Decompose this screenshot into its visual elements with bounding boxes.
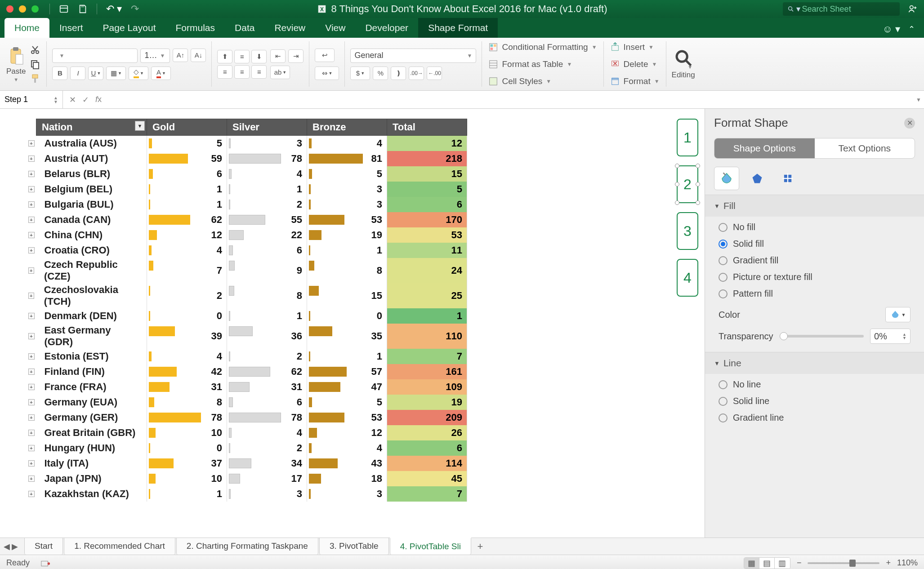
underline-button[interactable]: U▼ — [88, 67, 103, 80]
sheet-tab[interactable]: 1. Recommended Chart — [64, 538, 175, 555]
table-row[interactable]: +Czechoslovakia (TCH)281525 — [36, 283, 467, 308]
step-shape[interactable]: 3 — [677, 212, 698, 250]
merge-cells-icon[interactable]: ⇔▼ — [315, 67, 339, 80]
currency-icon[interactable]: $▼ — [350, 67, 370, 80]
format-cells-button[interactable]: Format▼ — [609, 75, 661, 88]
align-bottom-icon[interactable]: ⬇ — [251, 50, 267, 63]
paste-button[interactable]: Paste ▼ — [6, 46, 26, 82]
table-row[interactable]: +Kazakhstan (KAZ)1337 — [36, 486, 467, 502]
fill-option[interactable]: No fill — [719, 222, 911, 232]
table-row[interactable]: +Finland (FIN)426257161 — [36, 364, 467, 379]
expand-icon[interactable]: + — [28, 333, 35, 339]
table-row[interactable]: +China (CHN)12221953 — [36, 227, 467, 243]
table-row[interactable]: +Canada (CAN)625553170 — [36, 212, 467, 227]
tab-data[interactable]: Data — [225, 18, 264, 38]
add-sheet-button[interactable]: + — [472, 541, 488, 552]
column-header[interactable]: Gold — [147, 119, 227, 136]
comma-icon[interactable]: ❫ — [391, 67, 406, 80]
table-row[interactable]: +Bulgaria (BUL)1236 — [36, 197, 467, 212]
line-section-header[interactable]: ▼Line — [705, 352, 924, 374]
column-header[interactable]: Silver — [227, 119, 307, 136]
fill-option[interactable]: Gradient fill — [719, 255, 911, 266]
expand-icon[interactable]: + — [28, 384, 35, 390]
selection-handle[interactable] — [696, 164, 700, 168]
collapse-ribbon-icon[interactable]: ⌃ — [908, 24, 915, 34]
expand-icon[interactable]: + — [28, 369, 35, 375]
align-middle-icon[interactable]: ≡ — [234, 50, 250, 63]
expand-icon[interactable]: + — [28, 217, 35, 223]
normal-view-icon[interactable]: ▦ — [744, 558, 759, 569]
sheet-tab[interactable]: Start — [24, 538, 63, 555]
table-row[interactable]: +Estonia (EST)4217 — [36, 349, 467, 364]
expand-icon[interactable]: + — [28, 171, 35, 177]
column-header[interactable]: Bronze — [307, 119, 387, 136]
orientation-icon[interactable]: ab▼ — [270, 66, 290, 79]
italic-button[interactable]: I — [70, 67, 85, 80]
share-icon[interactable] — [908, 4, 918, 14]
size-properties-tab-icon[interactable] — [775, 167, 800, 190]
page-break-view-icon[interactable]: ▥ — [775, 558, 790, 569]
copy-icon[interactable] — [29, 59, 41, 70]
table-row[interactable]: +Italy (ITA)373443114 — [36, 456, 467, 471]
expand-icon[interactable]: + — [28, 476, 35, 482]
table-row[interactable]: +Belgium (BEL)1135 — [36, 182, 467, 197]
expand-icon[interactable]: + — [28, 430, 35, 436]
fill-option[interactable]: Pattern fill — [719, 289, 911, 299]
sheet-tab[interactable]: 3. PivotTable — [319, 538, 389, 555]
align-left-icon[interactable]: ≡ — [217, 65, 232, 79]
expand-formula-bar-icon[interactable]: ▼ — [913, 97, 924, 103]
filter-icon[interactable]: ▼ — [135, 121, 145, 131]
expand-icon[interactable]: + — [28, 399, 35, 405]
increase-font-icon[interactable]: A↑ — [173, 49, 188, 62]
expand-icon[interactable]: + — [28, 186, 35, 192]
step-shape[interactable]: 2 — [677, 165, 698, 203]
font-size-dropdown[interactable]: 1…▼ — [140, 49, 170, 63]
zoom-out-icon[interactable]: − — [797, 558, 802, 568]
selection-handle[interactable] — [675, 200, 679, 205]
zoom-level[interactable]: 110% — [897, 558, 918, 568]
expand-icon[interactable]: + — [28, 460, 35, 467]
save-icon[interactable] — [78, 4, 88, 14]
table-row[interactable]: +Belarus (BLR)64515 — [36, 166, 467, 182]
table-row[interactable]: +Germany (GER)787853209 — [36, 410, 467, 425]
expand-icon[interactable]: + — [28, 445, 35, 451]
effects-tab-icon[interactable] — [745, 167, 770, 190]
text-options-tab[interactable]: Text Options — [815, 138, 915, 158]
expand-icon[interactable]: + — [28, 156, 35, 162]
table-row[interactable]: +Germany (EUA)86519 — [36, 395, 467, 410]
format-painter-icon[interactable] — [29, 73, 41, 84]
increase-indent-icon[interactable]: ⇥ — [288, 49, 304, 63]
expand-icon[interactable]: + — [28, 313, 35, 319]
expand-icon[interactable]: + — [28, 353, 35, 360]
step-shape[interactable]: 4 — [677, 259, 698, 297]
shape-options-tab[interactable]: Shape Options — [714, 138, 815, 158]
fill-section-header[interactable]: ▼Fill — [705, 195, 924, 217]
selection-handle[interactable] — [675, 182, 679, 187]
step-shape[interactable]: 1 — [677, 119, 698, 156]
tab-developer[interactable]: Developer — [355, 18, 418, 38]
next-sheet-icon[interactable]: ▶ — [12, 542, 18, 551]
expand-icon[interactable]: + — [28, 201, 35, 208]
editing-button[interactable]: ▼ Editing — [672, 49, 695, 80]
cut-icon[interactable] — [29, 44, 41, 55]
transparency-input[interactable]: 0%▲▼ — [870, 329, 911, 344]
line-option[interactable]: No line — [719, 379, 911, 390]
enter-formula-icon[interactable]: ✓ — [82, 95, 89, 105]
sheet-tab[interactable]: 4. PivotTable Sli — [390, 538, 471, 555]
zoom-in-icon[interactable]: + — [886, 558, 891, 568]
page-layout-view-icon[interactable]: ▤ — [759, 558, 775, 569]
decrease-indent-icon[interactable]: ⇤ — [270, 49, 286, 63]
close-pane-icon[interactable]: ✕ — [904, 118, 915, 129]
expand-icon[interactable]: + — [28, 247, 35, 253]
prev-sheet-icon[interactable]: ◀ — [4, 542, 10, 551]
fx-icon[interactable]: fx — [95, 95, 102, 104]
fill-color-picker[interactable]: ▼ — [885, 307, 911, 322]
search-input[interactable] — [802, 4, 895, 14]
wrap-text-icon[interactable]: ↩ — [315, 49, 335, 62]
minimize-window-icon[interactable] — [19, 5, 26, 13]
table-row[interactable]: +Czech Republic (CZE)79824 — [36, 258, 467, 283]
expand-icon[interactable]: + — [28, 140, 35, 147]
macro-record-icon[interactable] — [40, 559, 50, 567]
expand-icon[interactable]: + — [28, 293, 34, 299]
tab-insert[interactable]: Insert — [49, 18, 93, 38]
